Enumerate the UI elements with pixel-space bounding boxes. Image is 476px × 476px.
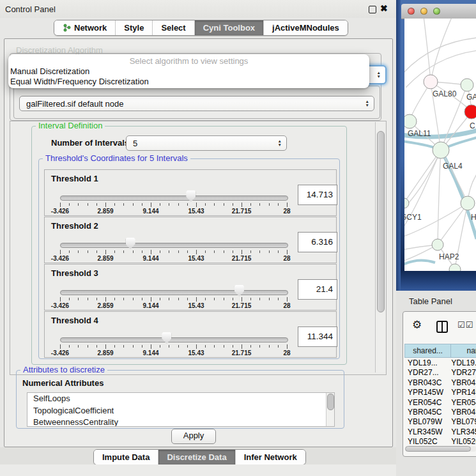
dropdown-item-equal-width[interactable]: Equal Width/Frequency Discretization: [8, 77, 369, 87]
tick-label: 15.43: [180, 349, 212, 357]
attributes-list[interactable]: SelfLoopsTopologicalCoefficientBetweenne…: [27, 392, 335, 427]
cell-shared-name[interactable]: YER054C: [404, 398, 449, 408]
vertical-scrollbar[interactable]: [375, 122, 385, 372]
table-row[interactable]: YBR045CYBR045C: [404, 408, 476, 417]
attribute-list-item[interactable]: TopologicalCoefficient: [27, 405, 334, 417]
network-window-titlebar[interactable]: [401, 4, 476, 19]
cell-shared-name[interactable]: YBL079W: [404, 417, 449, 427]
attribute-list-item[interactable]: BetweennessCentrality: [27, 417, 334, 427]
table-row[interactable]: YER054CYER054C: [404, 398, 476, 408]
cell-name[interactable]: YLR345W: [449, 427, 476, 437]
cell-shared-name[interactable]: YLR345W: [404, 427, 449, 437]
network-edge[interactable]: [404, 150, 441, 210]
node-label: GCY1: [404, 213, 422, 222]
network-edge[interactable]: [404, 150, 441, 203]
network-node[interactable]: [404, 114, 417, 128]
network-node[interactable]: [464, 105, 476, 119]
table-data-select[interactable]: galFiltered.sif default node ▲▼: [19, 96, 374, 111]
checkbox-icons[interactable]: ☑☑: [457, 320, 473, 330]
table-row[interactable]: YBL079WYBL079W: [404, 417, 476, 427]
list-scrollbar-thumb[interactable]: [327, 394, 334, 410]
tick-mark: [96, 345, 97, 348]
bottom-tab-bar: Impute Data Discretize Data Infer Networ…: [93, 449, 306, 465]
network-node[interactable]: [432, 239, 443, 250]
network-node[interactable]: [449, 264, 461, 271]
table-row[interactable]: YDR27...YDR27...: [404, 368, 476, 378]
interval-definition-group: Interval Definition Number of Intervals …: [31, 126, 347, 365]
network-graph: GAL80GACGAL11GAL4GCY1HHAP2: [404, 19, 476, 271]
network-edge[interactable]: [404, 261, 435, 265]
cell-shared-name[interactable]: YPR145W: [404, 388, 449, 397]
cell-name[interactable]: YBR043C: [449, 378, 476, 388]
tick-mark: [233, 250, 233, 253]
network-node[interactable]: [404, 198, 409, 208]
cell-name[interactable]: YBR045C: [449, 408, 476, 417]
threshold-value-field[interactable]: 14.713: [298, 185, 337, 205]
zoom-button[interactable]: [433, 8, 440, 15]
cell-name[interactable]: YBL079W: [449, 417, 476, 427]
table-row[interactable]: YDL19...YDL19...: [404, 358, 476, 368]
cell-shared-name[interactable]: YBR045C: [404, 408, 449, 417]
tick-mark: [78, 345, 79, 348]
minimize-button[interactable]: [420, 8, 427, 15]
threshold-value-field[interactable]: 6.316: [298, 232, 337, 252]
apply-button[interactable]: Apply: [171, 429, 216, 444]
tab-select[interactable]: Select: [152, 20, 194, 35]
horizontal-scrollbar[interactable]: [405, 446, 476, 452]
tick-mark: [60, 297, 61, 302]
cell-name[interactable]: YDL19...: [449, 358, 476, 368]
table-row[interactable]: YLR345WYLR345W: [404, 427, 476, 437]
cell-name[interactable]: YER054C: [449, 398, 476, 408]
network-node[interactable]: [433, 142, 449, 158]
tab-infer-network[interactable]: Infer Network: [235, 450, 305, 464]
cell-shared-name[interactable]: YBR043C: [404, 378, 449, 388]
num-intervals-value: 5: [133, 139, 137, 148]
close-icon[interactable]: ✖: [380, 3, 388, 13]
gear-icon[interactable]: ⚙: [412, 319, 422, 330]
slider-track[interactable]: [60, 290, 288, 295]
threshold-value-field[interactable]: 21.4: [298, 279, 337, 300]
attribute-list-item[interactable]: SelfLoops: [27, 393, 334, 405]
tick-label: -3.426: [44, 302, 76, 309]
table-row[interactable]: YBR043CYBR043C: [404, 378, 476, 388]
tab-style[interactable]: Style: [115, 20, 152, 35]
num-intervals-select[interactable]: 5 ▲▼: [126, 135, 287, 151]
network-edge[interactable]: [438, 150, 441, 245]
column-header-shared-name[interactable]: shared...: [404, 344, 451, 358]
cell-shared-name[interactable]: YDL19...: [404, 358, 449, 368]
threshold-panel: Threshold 1 14.713 -3.4262.8599.14415.43…: [44, 169, 337, 216]
list-scrollbar[interactable]: [326, 393, 334, 426]
slider-track[interactable]: [60, 243, 288, 248]
tab-jactivemnodules[interactable]: jActiveMNodules: [263, 20, 348, 35]
tick-label: 2.859: [89, 349, 121, 357]
scrollbar-thumb[interactable]: [405, 446, 471, 452]
column-header-name[interactable]: name: [451, 344, 476, 358]
threshold-value-field[interactable]: 11.344: [298, 326, 337, 347]
tick-mark: [69, 345, 70, 348]
tab-discretize-data[interactable]: Discretize Data: [158, 450, 234, 464]
table-row[interactable]: YPR145WYPR145W: [404, 388, 476, 397]
network-node[interactable]: [461, 79, 473, 91]
cell-shared-name[interactable]: YDR27...: [404, 368, 449, 378]
slider-track[interactable]: [60, 196, 288, 201]
network-node[interactable]: [461, 196, 475, 210]
close-button[interactable]: [408, 8, 415, 15]
tick-mark: [169, 250, 169, 253]
network-edge[interactable]: [424, 19, 431, 82]
cell-name[interactable]: YDR27...: [449, 368, 476, 378]
tick-label: 2.859: [89, 302, 121, 309]
slider-track[interactable]: [60, 337, 288, 342]
tab-network[interactable]: Network: [54, 20, 115, 35]
cell-name[interactable]: YPR145W: [449, 388, 476, 397]
columns-icon[interactable]: [436, 321, 448, 333]
scrollbar-thumb[interactable]: [377, 131, 385, 312]
network-edge[interactable]: [404, 38, 476, 75]
tick-mark: [151, 203, 151, 207]
dropdown-item-manual[interactable]: Manual Discretization: [8, 66, 369, 77]
tab-cyni-toolbox[interactable]: Cyni Toolbox: [194, 20, 263, 35]
tick-label: 28: [271, 302, 303, 309]
tab-impute-data[interactable]: Impute Data: [94, 450, 158, 464]
float-window-icon[interactable]: [369, 6, 376, 13]
network-node[interactable]: [424, 75, 438, 89]
network-canvas[interactable]: GAL80GACGAL11GAL4GCY1HHAP2: [404, 19, 476, 271]
